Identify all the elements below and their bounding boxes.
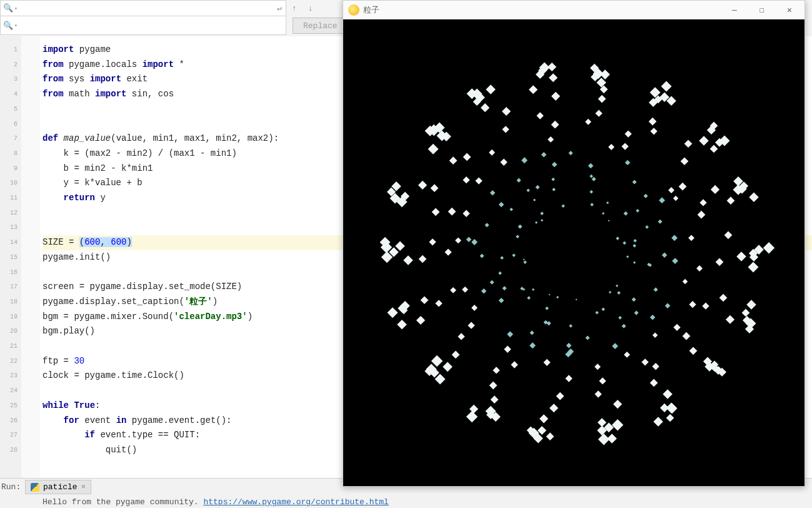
pygame-titlebar[interactable]: 粒子 — ☐ ✕ <box>343 1 804 19</box>
particle <box>602 212 604 215</box>
particle <box>428 144 438 154</box>
particle <box>650 315 655 320</box>
particle <box>622 143 629 150</box>
particle <box>626 255 629 258</box>
particle <box>662 252 668 258</box>
particle <box>498 272 502 275</box>
particle <box>606 201 609 203</box>
particle <box>763 242 774 253</box>
particle <box>551 121 559 128</box>
particle <box>585 335 589 340</box>
replace-button[interactable]: Replace <box>293 18 348 34</box>
particle <box>589 190 593 194</box>
particle <box>395 241 404 250</box>
particle <box>562 204 565 207</box>
particle <box>565 375 572 382</box>
close-icon[interactable]: × <box>81 482 86 492</box>
particle <box>602 308 605 311</box>
particle <box>508 331 513 337</box>
particle <box>599 377 607 385</box>
particle <box>503 126 510 134</box>
minimize-button[interactable]: — <box>721 1 748 19</box>
particle <box>549 73 558 82</box>
particle <box>661 81 672 91</box>
particle <box>523 288 526 292</box>
particle <box>540 211 543 215</box>
particle <box>609 291 611 293</box>
particle <box>556 392 564 400</box>
prev-match-button[interactable]: ↑ <box>286 0 303 16</box>
particle <box>633 262 636 265</box>
close-button[interactable]: ✕ <box>776 1 803 19</box>
particle <box>529 85 538 94</box>
particle <box>388 307 398 318</box>
next-match-button[interactable]: ↓ <box>303 0 319 16</box>
particle <box>652 333 658 338</box>
particle <box>592 177 596 181</box>
particle <box>548 136 554 143</box>
particle <box>668 187 674 193</box>
particle <box>418 255 426 263</box>
particle <box>658 220 663 224</box>
particle <box>445 248 452 255</box>
particle <box>653 417 663 426</box>
particle <box>466 411 478 422</box>
particle <box>517 178 521 183</box>
replace-input[interactable] <box>18 16 286 34</box>
enter-icon[interactable]: ↵ <box>277 3 282 13</box>
particle <box>552 162 557 167</box>
pygame-title: 粒子 <box>363 4 379 16</box>
particle <box>625 160 631 166</box>
particle <box>749 192 759 201</box>
particle <box>568 151 573 156</box>
particle <box>429 238 436 246</box>
particle <box>719 294 728 302</box>
particle <box>430 185 438 193</box>
particle <box>551 92 560 101</box>
particle <box>566 343 571 348</box>
particle <box>500 256 503 259</box>
particle <box>633 239 637 243</box>
particle <box>432 208 440 216</box>
particle <box>636 209 639 213</box>
particle <box>673 196 679 201</box>
particle <box>489 150 495 156</box>
particle <box>544 359 551 366</box>
particle <box>463 210 469 216</box>
particle <box>649 379 658 387</box>
console-url[interactable]: https://www.pygame.org/contribute.html <box>203 497 388 507</box>
maximize-button[interactable]: ☐ <box>748 1 776 19</box>
particle <box>463 153 471 161</box>
particle <box>458 333 464 340</box>
particle <box>481 103 489 112</box>
particle <box>546 433 554 441</box>
console-output: Hello from the pygame community. https:/… <box>43 497 807 507</box>
particle <box>625 130 632 137</box>
particle <box>594 363 600 369</box>
particle <box>663 389 673 399</box>
particle <box>624 352 630 358</box>
particle <box>645 225 649 229</box>
particle <box>726 196 734 205</box>
particle <box>449 156 457 165</box>
particle <box>549 293 551 295</box>
particle <box>664 303 670 309</box>
particle <box>641 358 649 366</box>
particle <box>649 118 656 125</box>
particle <box>684 140 693 148</box>
particle <box>747 300 757 310</box>
particle <box>550 404 559 412</box>
particle <box>552 188 556 191</box>
particle <box>481 288 486 293</box>
particle <box>612 419 623 430</box>
particle <box>697 211 704 218</box>
particle <box>536 112 543 119</box>
particle <box>703 302 709 309</box>
find-input[interactable] <box>18 1 277 16</box>
particle <box>633 244 636 248</box>
particle <box>472 239 478 245</box>
run-tab[interactable]: paticle × <box>25 480 91 494</box>
particle <box>521 158 527 163</box>
particle <box>748 262 759 272</box>
particle <box>403 255 413 265</box>
